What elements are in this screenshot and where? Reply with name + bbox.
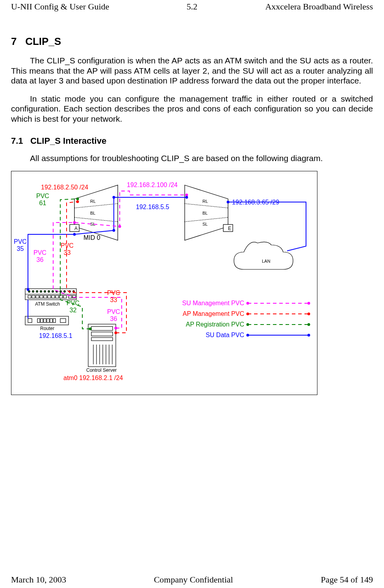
section-title: CLIP_S bbox=[25, 35, 61, 47]
pvc-36b: PVC 36 bbox=[107, 308, 120, 323]
svg-point-72 bbox=[247, 313, 249, 315]
pvc-61: PVC 61 bbox=[36, 193, 49, 207]
pvc-33a: PVC 33 bbox=[61, 242, 74, 256]
su-letter-E: E bbox=[228, 226, 231, 231]
lan-label: LAN bbox=[262, 259, 270, 263]
pvc-33b: PVC 33 bbox=[107, 289, 120, 304]
su-sl: SL bbox=[202, 222, 208, 226]
svg-rect-41 bbox=[53, 319, 56, 323]
subsection-heading: 7.1 CLIP_S Interactive bbox=[11, 136, 373, 146]
ap-rl: RL bbox=[90, 199, 96, 204]
control-server-ip: atm0 192.168.2.1 /24 bbox=[63, 375, 123, 382]
legend-ap-reg: AP Registration PVC bbox=[186, 321, 244, 328]
ap-letter-A: A bbox=[74, 226, 78, 231]
header-center: 5.2 bbox=[132, 2, 252, 12]
svg-rect-46 bbox=[91, 338, 113, 341]
svg-point-62 bbox=[227, 201, 230, 204]
paragraph-1: The CLIP_S configuration is when the AP … bbox=[11, 56, 373, 86]
svg-point-16 bbox=[52, 291, 54, 293]
legend-su-mgmt: SU Management PVC bbox=[182, 300, 244, 307]
pvc-32: PVC 32 bbox=[67, 300, 80, 314]
svg-point-11 bbox=[32, 291, 34, 293]
svg-rect-36 bbox=[37, 319, 40, 323]
ap-mgmt-ip: 192.168.2.50 /24 bbox=[41, 184, 88, 191]
section-number: 7 bbox=[11, 35, 17, 47]
svg-point-57 bbox=[73, 233, 76, 236]
su-rl: RL bbox=[202, 199, 208, 204]
svg-rect-38 bbox=[44, 319, 46, 323]
ap-mid: MID 0 bbox=[83, 234, 100, 241]
svg-rect-35 bbox=[28, 319, 32, 323]
legend-ap-mgmt: AP Management PVC bbox=[183, 310, 244, 317]
subsection-title: CLIP_S Interactive bbox=[30, 136, 106, 146]
pvc-36a: PVC 36 bbox=[33, 249, 46, 263]
footer-right: Page 54 of 149 bbox=[321, 575, 373, 585]
svg-rect-42 bbox=[60, 319, 66, 323]
control-server-label: Control Server bbox=[86, 367, 117, 373]
svg-point-65 bbox=[115, 332, 117, 334]
legend-su-data: SU Data PVC bbox=[206, 332, 244, 339]
header-left: U-NII Config & User Guide bbox=[11, 2, 132, 12]
svg-point-66 bbox=[89, 328, 92, 330]
svg-point-67 bbox=[27, 288, 30, 291]
svg-point-10 bbox=[28, 291, 30, 293]
svg-point-69 bbox=[247, 302, 249, 305]
svg-rect-40 bbox=[50, 319, 52, 323]
su-mgmt-ip: 192.168.2.100 /24 bbox=[127, 182, 178, 189]
footer-left: March 10, 2003 bbox=[11, 575, 66, 585]
router-ip: 192.168.5.1 bbox=[39, 332, 72, 339]
svg-point-76 bbox=[308, 323, 310, 326]
svg-point-60 bbox=[186, 194, 188, 197]
svg-point-14 bbox=[44, 291, 46, 293]
ap-bl: BL bbox=[90, 211, 95, 215]
svg-point-61 bbox=[186, 196, 188, 199]
svg-rect-44 bbox=[91, 326, 113, 330]
pvc-35: PVC 35 bbox=[14, 238, 27, 252]
svg-point-13 bbox=[40, 291, 42, 293]
svg-point-58 bbox=[113, 229, 115, 232]
subsection-number: 7.1 bbox=[11, 136, 23, 146]
network-diagram: A RL BL SL E RL BL SL LAN bbox=[11, 171, 317, 395]
svg-point-56 bbox=[73, 221, 76, 224]
su-eth-ip: 192.168.3.65 /29 bbox=[232, 199, 279, 206]
svg-point-21 bbox=[73, 291, 75, 293]
svg-point-73 bbox=[308, 313, 310, 315]
su-bl: BL bbox=[202, 211, 208, 215]
svg-point-75 bbox=[247, 323, 249, 326]
svg-point-59 bbox=[113, 196, 115, 199]
section-heading: 7 CLIP_S bbox=[11, 35, 373, 48]
footer-center: Company Confidential bbox=[154, 575, 233, 585]
svg-rect-45 bbox=[91, 332, 113, 336]
svg-point-78 bbox=[247, 334, 249, 337]
header-right: Axxcelera Broadband Wireless bbox=[252, 2, 373, 12]
svg-point-19 bbox=[64, 291, 66, 293]
ap-data-ip: 192.168.5.5 bbox=[136, 204, 169, 211]
svg-point-12 bbox=[36, 291, 38, 293]
svg-rect-39 bbox=[47, 319, 49, 323]
svg-point-15 bbox=[48, 291, 50, 293]
svg-point-63 bbox=[119, 225, 121, 228]
svg-point-18 bbox=[60, 291, 62, 293]
svg-point-54 bbox=[76, 198, 79, 200]
svg-point-55 bbox=[76, 200, 79, 203]
paragraph-3: All assumptions for troubleshooting CLIP… bbox=[11, 153, 373, 163]
svg-point-79 bbox=[308, 334, 310, 337]
svg-point-70 bbox=[308, 302, 310, 305]
atm-switch-label: ATM Switch bbox=[35, 301, 60, 307]
paragraph-2: In static mode you can configure the man… bbox=[11, 94, 373, 124]
router-label: Router bbox=[40, 326, 54, 331]
svg-rect-37 bbox=[41, 319, 43, 323]
svg-point-64 bbox=[115, 327, 117, 330]
